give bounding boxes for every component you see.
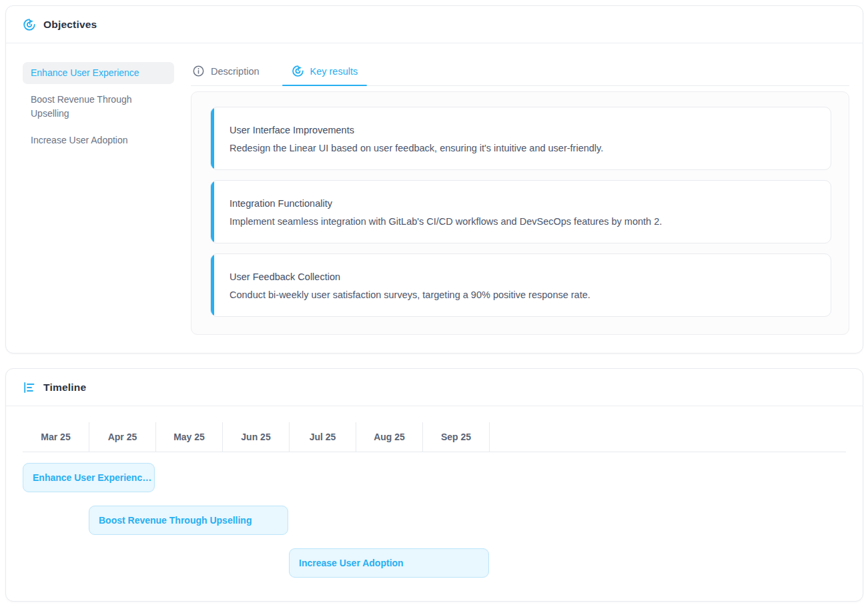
- timeline-panel-title: Timeline: [43, 382, 86, 394]
- key-result-card[interactable]: User Interface Improvements Redesign the…: [210, 107, 831, 170]
- tab-description[interactable]: Description: [191, 62, 261, 85]
- objectives-sidebar: Enhance User Experience Boost Revenue Th…: [23, 62, 174, 335]
- month-label: Apr 25: [89, 422, 156, 452]
- sidebar-item-increase-user-adoption[interactable]: Increase User Adoption: [23, 129, 174, 151]
- target-icon: [23, 18, 36, 31]
- key-result-card[interactable]: Integration Functionality Implement seam…: [210, 180, 831, 243]
- month-label: Sep 25: [423, 422, 490, 452]
- timeline-row: Enhance User Experienc…: [23, 463, 846, 492]
- objectives-panel: Objectives Enhance User Experience Boost…: [5, 5, 863, 354]
- timeline-bar[interactable]: Increase User Adoption: [289, 548, 489, 578]
- timeline-row: Boost Revenue Through Upselling: [23, 506, 846, 535]
- info-icon: [192, 65, 205, 77]
- timeline-month-header: Mar 25 Apr 25 May 25 Jun 25 Jul 25 Aug 2…: [23, 422, 846, 452]
- timeline-panel: Timeline Mar 25 Apr 25 May 25 Jun 25 Jul…: [5, 368, 863, 602]
- objective-detail: Description Key results User Interface I…: [191, 62, 849, 335]
- sidebar-item-boost-revenue[interactable]: Boost Revenue Through Upselling: [23, 89, 174, 125]
- objectives-header: Objectives: [6, 6, 863, 43]
- month-label: May 25: [156, 422, 223, 452]
- gantt-chart-icon: [23, 381, 36, 394]
- key-result-description: Redesign the Linear UI based on user fee…: [230, 143, 815, 153]
- key-result-card[interactable]: User Feedback Collection Conduct bi-week…: [210, 253, 831, 317]
- key-result-title: User Feedback Collection: [230, 271, 815, 282]
- tab-description-label: Description: [211, 66, 260, 77]
- key-result-description: Conduct bi-weekly user satisfaction surv…: [230, 289, 815, 300]
- timeline-header: Timeline: [6, 369, 863, 406]
- month-label: Jul 25: [290, 422, 356, 452]
- month-label: Mar 25: [23, 422, 89, 452]
- key-result-description: Implement seamless integration with GitL…: [230, 216, 815, 227]
- timeline-bar[interactable]: Boost Revenue Through Upselling: [89, 506, 288, 535]
- key-result-title: User Interface Improvements: [230, 125, 815, 135]
- objectives-panel-title: Objectives: [43, 19, 97, 31]
- sidebar-item-enhance-user-experience[interactable]: Enhance User Experience: [23, 62, 174, 84]
- key-result-title: Integration Functionality: [230, 198, 815, 209]
- month-label: Aug 25: [356, 422, 423, 452]
- objectives-body: Enhance User Experience Boost Revenue Th…: [6, 43, 863, 335]
- tab-key-results[interactable]: Key results: [290, 62, 360, 85]
- timeline-rows: Enhance User Experienc… Boost Revenue Th…: [23, 463, 846, 578]
- key-results-list: User Interface Improvements Redesign the…: [191, 91, 849, 335]
- month-label: Jun 25: [223, 422, 290, 452]
- objective-tabs: Description Key results: [191, 62, 849, 86]
- timeline-bar[interactable]: Enhance User Experienc…: [23, 463, 155, 492]
- timeline-body: Mar 25 Apr 25 May 25 Jun 25 Jul 25 Aug 2…: [6, 406, 863, 578]
- timeline-row: Increase User Adoption: [23, 548, 846, 578]
- tab-key-results-label: Key results: [310, 66, 358, 77]
- target-icon: [292, 65, 304, 77]
